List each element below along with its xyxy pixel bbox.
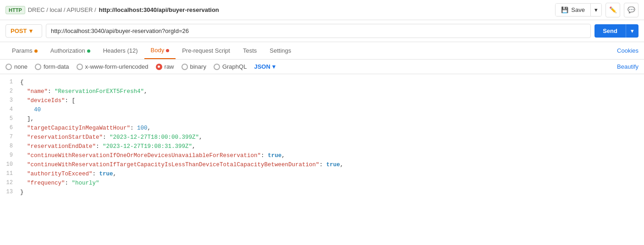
code-line-5: 5 ], [0, 114, 644, 124]
method-select[interactable]: POST ▾ [6, 24, 42, 38]
params-dot [34, 49, 38, 53]
code-editor[interactable]: 1 { 2 "name": "ReservationForEXT5Fresh4"… [0, 74, 644, 212]
tab-tests[interactable]: Tests [237, 43, 263, 59]
tab-headers-label: Headers (12) [103, 47, 138, 54]
protocol-badge: HTTP [6, 6, 25, 14]
method-label: POST [11, 27, 27, 34]
option-urlencoded[interactable]: x-www-form-urlencoded [77, 63, 149, 70]
send-button-group[interactable]: Send ▾ [594, 24, 638, 38]
line-content-6: "targetCapacityInMegaWattHour": 100, [20, 124, 638, 133]
send-main-button[interactable]: Send [594, 24, 626, 38]
tab-settings-label: Settings [270, 47, 291, 54]
breadcrumb-area: HTTP DREC / local / APIUSER / http://loc… [6, 6, 219, 14]
line-content-1: { [20, 78, 638, 87]
option-urlencoded-label: x-www-form-urlencoded [85, 63, 149, 70]
body-type-options: none form-data x-www-form-urlencoded raw… [6, 63, 275, 70]
line-number-4: 4 [6, 105, 20, 114]
tab-settings[interactable]: Settings [263, 43, 297, 59]
code-line-3: 3 "deviceIds": [ [0, 96, 644, 105]
tab-params[interactable]: Params [6, 43, 44, 59]
auth-dot [87, 49, 90, 53]
code-line-11: 11 "authorityToExceed": true, [0, 169, 644, 179]
line-content-4: 40 [20, 105, 638, 114]
save-icon: 💾 [561, 6, 568, 13]
beautify-button[interactable]: Beautify [617, 63, 638, 70]
tabs-row: Params Authorization Headers (12) Body P… [0, 42, 644, 60]
format-label: JSON [254, 63, 270, 70]
option-graphql[interactable]: GraphQL [214, 63, 247, 70]
line-number-2: 2 [6, 87, 20, 96]
code-line-7: 7 "reservationStartDate": "2023-12-27T18… [0, 133, 644, 142]
radio-binary[interactable] [182, 64, 188, 70]
tab-body-label: Body [151, 47, 165, 54]
radio-urlencoded[interactable] [77, 64, 83, 70]
radio-none[interactable] [6, 64, 12, 70]
save-main-button[interactable]: 💾 Save [556, 4, 590, 16]
line-number-8: 8 [6, 142, 20, 151]
line-content-13: } [20, 188, 638, 197]
tab-pre-request-script[interactable]: Pre-request Script [176, 43, 237, 59]
tab-prerequest-label: Pre-request Script [182, 47, 230, 54]
option-none[interactable]: none [6, 63, 28, 70]
send-dropdown-button[interactable]: ▾ [626, 24, 638, 38]
line-content-8: "reservationEndDate": "2023-12-27T19:08:… [20, 142, 638, 151]
tab-authorization[interactable]: Authorization [44, 43, 97, 59]
format-chevron-icon: ▾ [272, 63, 275, 70]
save-button-group[interactable]: 💾 Save ▾ [555, 3, 602, 16]
option-form-data[interactable]: form-data [35, 63, 69, 70]
tab-params-label: Params [12, 47, 33, 54]
body-dot [166, 49, 169, 52]
tab-headers[interactable]: Headers (12) [97, 43, 144, 59]
line-number-10: 10 [6, 160, 20, 169]
option-form-data-label: form-data [44, 63, 69, 70]
cookies-link[interactable]: Cookies [617, 43, 638, 59]
comment-icon-button[interactable]: 💬 [624, 3, 638, 17]
line-content-3: "deviceIds": [ [20, 96, 638, 105]
line-number-11: 11 [6, 169, 20, 178]
line-content-11: "authorityToExceed": true, [20, 169, 638, 179]
format-select[interactable]: JSON ▾ [254, 63, 275, 70]
radio-graphql[interactable] [214, 64, 220, 70]
tab-authorization-label: Authorization [50, 47, 85, 54]
code-line-1: 1 { [0, 78, 644, 87]
save-label: Save [571, 6, 585, 13]
save-dropdown-button[interactable]: ▾ [590, 4, 601, 16]
method-chevron-icon: ▾ [29, 27, 33, 34]
option-raw-label: raw [165, 63, 174, 70]
breadcrumb-text: DREC / local / APIUSER / [28, 6, 96, 13]
code-line-4: 4 40 [0, 105, 644, 114]
url-input[interactable] [46, 24, 591, 38]
code-line-9: 9 "continueWithReservationIfOneOrMoreDev… [0, 151, 644, 160]
line-number-7: 7 [6, 133, 20, 142]
line-content-10: "continueWithReservationIfTargetCapacity… [20, 160, 638, 169]
edit-icon-button[interactable]: ✏️ [605, 3, 620, 17]
line-content-2: "name": "ReservationForEXT5Fresh4", [20, 87, 638, 96]
code-line-6: 6 "targetCapacityInMegaWattHour": 100, [0, 124, 644, 133]
code-line-12: 12 "frequency": "hourly" [0, 179, 644, 188]
tabs-list: Params Authorization Headers (12) Body P… [6, 42, 297, 59]
line-number-5: 5 [6, 114, 20, 123]
top-bar-actions: 💾 Save ▾ ✏️ 💬 [555, 3, 638, 17]
option-binary[interactable]: binary [182, 63, 206, 70]
radio-form-data[interactable] [35, 64, 41, 70]
line-number-13: 13 [6, 188, 20, 196]
radio-raw[interactable] [156, 64, 162, 70]
body-options-row: none form-data x-www-form-urlencoded raw… [0, 60, 644, 74]
tab-tests-label: Tests [243, 47, 257, 54]
line-number-1: 1 [6, 78, 20, 87]
option-raw[interactable]: raw [156, 63, 174, 70]
top-bar: HTTP DREC / local / APIUSER / http://loc… [0, 0, 644, 20]
line-number-6: 6 [6, 124, 20, 132]
line-number-9: 9 [6, 151, 20, 160]
line-number-3: 3 [6, 96, 20, 105]
tab-body[interactable]: Body [144, 42, 176, 59]
code-line-8: 8 "reservationEndDate": "2023-12-27T19:0… [0, 142, 644, 151]
code-line-2: 2 "name": "ReservationForEXT5Fresh4", [0, 87, 644, 96]
option-graphql-label: GraphQL [222, 63, 247, 70]
line-content-5: ], [20, 114, 638, 124]
url-title: http://localhost:3040/api/buyer-reservat… [99, 6, 219, 13]
line-number-12: 12 [6, 179, 20, 187]
url-bar: POST ▾ Send ▾ [0, 20, 644, 42]
option-none-label: none [14, 63, 28, 70]
line-content-12: "frequency": "hourly" [20, 179, 638, 188]
